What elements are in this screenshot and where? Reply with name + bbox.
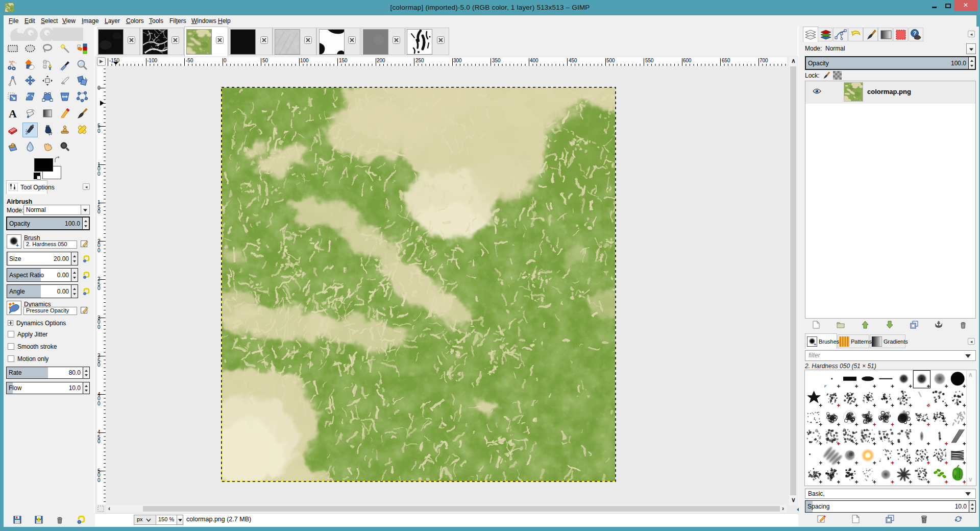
svg-text:0: 0 bbox=[97, 85, 101, 91]
svg-text:150: 150 bbox=[339, 58, 348, 63]
svg-text:50: 50 bbox=[262, 58, 268, 63]
svg-text:0: 0 bbox=[97, 324, 101, 330]
svg-text:0: 0 bbox=[97, 362, 101, 368]
svg-text:250: 250 bbox=[415, 58, 424, 63]
svg-text:-50: -50 bbox=[186, 58, 193, 63]
svg-text:+: + bbox=[16, 243, 19, 248]
svg-text:700: 700 bbox=[760, 58, 768, 63]
svg-text:0: 0 bbox=[97, 439, 101, 444]
svg-text:500: 500 bbox=[606, 58, 615, 63]
svg-text:0: 0 bbox=[97, 128, 101, 134]
svg-text:A: A bbox=[9, 108, 17, 119]
svg-text:?: ? bbox=[913, 30, 917, 36]
svg-text:0: 0 bbox=[97, 209, 101, 214]
svg-text:-100: -100 bbox=[147, 58, 157, 63]
svg-text:300: 300 bbox=[453, 58, 462, 63]
svg-text:0: 0 bbox=[97, 477, 101, 483]
svg-text:400: 400 bbox=[530, 58, 538, 63]
svg-text:0: 0 bbox=[97, 285, 101, 291]
svg-text:200: 200 bbox=[377, 58, 385, 63]
svg-text:550: 550 bbox=[645, 58, 654, 63]
svg-text:450: 450 bbox=[569, 58, 577, 63]
svg-text:+: + bbox=[814, 342, 816, 347]
svg-text:600: 600 bbox=[683, 58, 692, 63]
svg-text:650: 650 bbox=[722, 58, 730, 63]
svg-text:0: 0 bbox=[224, 58, 227, 63]
svg-text:0: 0 bbox=[97, 248, 101, 253]
svg-text:0: 0 bbox=[97, 401, 101, 406]
svg-text:350: 350 bbox=[492, 58, 501, 63]
svg-text:100: 100 bbox=[300, 58, 309, 63]
svg-text:0: 0 bbox=[97, 171, 101, 177]
